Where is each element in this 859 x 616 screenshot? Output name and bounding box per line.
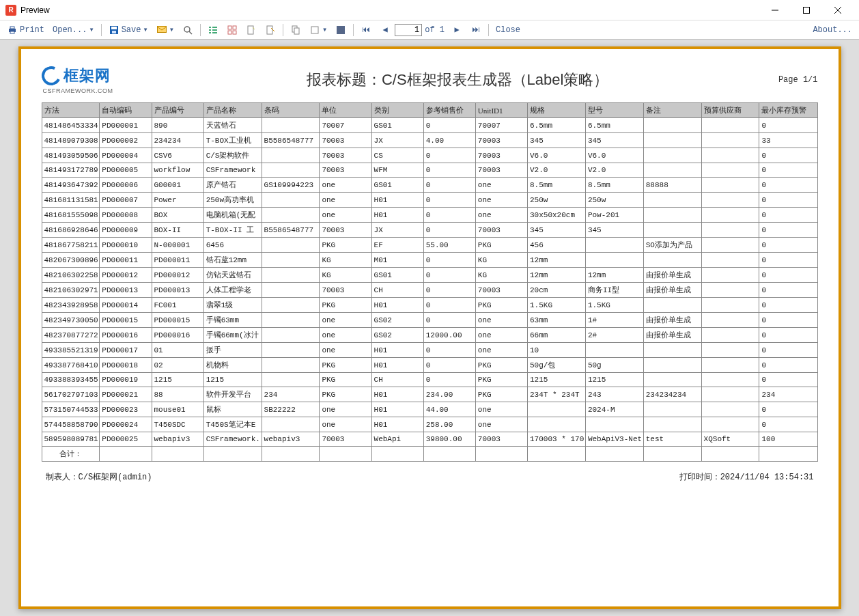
table-cell: 0 bbox=[759, 402, 817, 417]
table-cell: 0 bbox=[759, 193, 817, 208]
last-page-button[interactable]: ⏭ bbox=[467, 23, 485, 38]
table-row: 481493647392PD000006G00001原产锆石GS10999422… bbox=[42, 178, 817, 193]
table-cell: 481681131581 bbox=[42, 193, 100, 208]
table-cell bbox=[262, 298, 320, 313]
table-cell: 12mm bbox=[528, 268, 586, 283]
table-cell: PD000012 bbox=[152, 268, 203, 283]
prev-icon: ◀ bbox=[380, 25, 391, 36]
table-row: 482106302258PD000012PD000012仿钻天蓝锆石KGGS01… bbox=[42, 268, 817, 283]
table-row: 481681555098PD000008BOX电脑机箱(无配oneH010one… bbox=[42, 208, 817, 223]
table-cell bbox=[701, 163, 759, 178]
copy-button[interactable] bbox=[287, 23, 305, 38]
table-cell: PD000010 bbox=[100, 238, 152, 253]
first-page-button[interactable]: ⏮ bbox=[357, 23, 375, 38]
thumbnails-button[interactable] bbox=[223, 23, 241, 38]
table-cell: PD000011 bbox=[152, 253, 203, 268]
table-cell: 0 bbox=[423, 163, 475, 178]
toolbar: Print Open... ▾ Save ▾ ▾ ▾ ⏮ ◀ of 1 bbox=[0, 20, 859, 40]
table-cell bbox=[701, 148, 759, 163]
table-cell bbox=[262, 358, 320, 373]
table-cell: 0 bbox=[759, 208, 817, 223]
table-cell: 345 bbox=[585, 223, 643, 238]
table-row: 481493172789PD000005workflowCSFramework7… bbox=[42, 163, 817, 178]
table-cell bbox=[701, 313, 759, 328]
page-setup-button[interactable] bbox=[242, 23, 260, 38]
table-cell: PKG bbox=[320, 238, 371, 253]
table-cell: 70003 bbox=[475, 283, 527, 298]
table-cell: CSFramework bbox=[203, 163, 262, 178]
close-button[interactable] bbox=[822, 0, 854, 20]
svg-rect-22 bbox=[233, 31, 236, 34]
table-cell: 234234 bbox=[152, 133, 203, 148]
print-button[interactable]: Print bbox=[3, 23, 48, 38]
table-cell bbox=[701, 253, 759, 268]
table-cell bbox=[701, 118, 759, 133]
table-cell: PD000007 bbox=[100, 193, 152, 208]
open-button[interactable]: Open... ▾ bbox=[49, 23, 98, 37]
column-header: 产品编号 bbox=[152, 103, 203, 118]
minimize-button[interactable] bbox=[759, 0, 791, 20]
table-cell: T450S笔记本E bbox=[203, 417, 262, 432]
page-input[interactable] bbox=[395, 24, 422, 36]
table-row: 481489079308PD000002234234T-BOX工业机B55865… bbox=[42, 133, 817, 148]
next-icon: ▶ bbox=[451, 25, 462, 36]
save-button[interactable]: Save ▾ bbox=[105, 23, 152, 38]
svg-rect-10 bbox=[157, 26, 166, 32]
table-cell: 仿钻天蓝锆石 bbox=[203, 268, 262, 283]
table-cell: JX bbox=[371, 133, 423, 148]
zoom-button[interactable]: ▾ bbox=[306, 23, 330, 38]
table-cell: Pow-201 bbox=[585, 208, 643, 223]
preview-viewport[interactable]: 框架网 CSFRAMEWORK.COM 报表标题：C/S框架报表生成器（Labe… bbox=[0, 40, 859, 616]
table-cell: WFM bbox=[371, 163, 423, 178]
table-cell: one bbox=[475, 402, 527, 417]
table-row: 482343928958PD000014FC001翡翠1级PKGH010PKG1… bbox=[42, 298, 817, 313]
table-cell bbox=[262, 148, 320, 163]
svg-rect-16 bbox=[212, 29, 217, 31]
table-cell: 0 bbox=[423, 313, 475, 328]
table-cell: 02 bbox=[152, 358, 203, 373]
table-cell: CH bbox=[371, 373, 423, 387]
table-cell: 1.5KG bbox=[585, 298, 643, 313]
prev-page-button[interactable]: ◀ bbox=[376, 23, 394, 38]
table-cell: H01 bbox=[371, 298, 423, 313]
table-cell bbox=[262, 328, 320, 343]
table-row: 573150744533PD000023mouse01鼠标SB22222oneH… bbox=[42, 402, 817, 417]
outline-button[interactable] bbox=[204, 23, 222, 38]
mail-icon bbox=[156, 25, 167, 36]
table-cell: PD000018 bbox=[100, 358, 152, 373]
table-cell: one bbox=[320, 402, 371, 417]
table-cell bbox=[643, 358, 701, 373]
table-cell bbox=[643, 417, 701, 432]
table-row: 482067300896PD000011PD000011锆石蓝12mmKGM01… bbox=[42, 253, 817, 268]
fullscreen-button[interactable] bbox=[332, 23, 350, 38]
table-cell: KG bbox=[475, 253, 527, 268]
table-cell: 482349730050 bbox=[42, 313, 100, 328]
find-button[interactable] bbox=[179, 23, 197, 38]
open-label: Open... bbox=[53, 25, 87, 35]
table-cell: 8.5mm bbox=[528, 178, 586, 193]
table-cell: 70003 bbox=[475, 432, 527, 447]
logo-text: 框架网 bbox=[64, 66, 111, 86]
table-cell: 0 bbox=[759, 253, 817, 268]
svg-rect-8 bbox=[111, 27, 117, 29]
svg-rect-21 bbox=[228, 31, 231, 34]
table-cell: H01 bbox=[371, 208, 423, 223]
table-cell bbox=[585, 238, 643, 253]
table-cell bbox=[701, 417, 759, 432]
table-cell: PKG bbox=[320, 387, 371, 402]
table-cell: one bbox=[475, 313, 527, 328]
table-cell: 50g bbox=[585, 358, 643, 373]
about-button[interactable]: About... bbox=[809, 23, 856, 37]
table-cell: 234 bbox=[262, 387, 320, 402]
table-cell: 0 bbox=[759, 358, 817, 373]
mail-button[interactable]: ▾ bbox=[153, 23, 178, 38]
table-cell: one bbox=[475, 328, 527, 343]
edit-page-button[interactable] bbox=[262, 23, 279, 38]
next-page-button[interactable]: ▶ bbox=[448, 23, 466, 38]
table-cell: H01 bbox=[371, 402, 423, 417]
table-cell: H01 bbox=[371, 417, 423, 432]
close-preview-button[interactable]: Close bbox=[492, 23, 524, 37]
table-row: 561702797103PD00002188软件开发平台234PKGH01234… bbox=[42, 387, 817, 402]
maximize-button[interactable] bbox=[791, 0, 822, 20]
first-icon: ⏮ bbox=[361, 25, 371, 36]
